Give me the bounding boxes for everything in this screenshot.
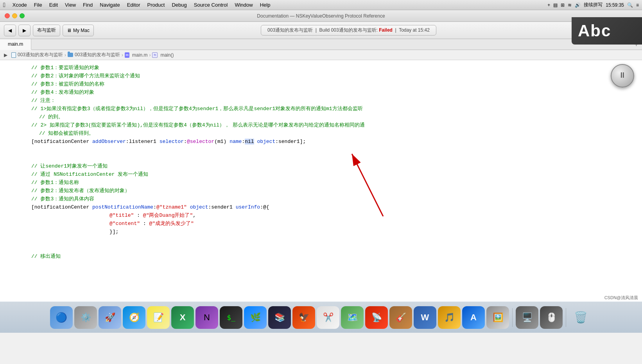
code-line-9: [notificationCenter addObserver:listener… xyxy=(31,138,642,146)
menubar-window[interactable]: Window xyxy=(231,1,256,9)
dock-unknown2[interactable]: 🖱️ xyxy=(540,306,563,329)
code-line-20: }]; xyxy=(31,228,642,236)
code-notification-call: [notificationCenter addObserver:listener… xyxy=(31,138,306,146)
dock-cut[interactable]: ✂️ xyxy=(317,306,339,329)
dock-preview[interactable]: 🖼️ xyxy=(486,306,509,329)
mac-target-button[interactable]: 🖥 My Mac xyxy=(63,25,94,36)
code-comment-13: // 通过 NSNotificationCenter 发布一个通知 xyxy=(31,171,148,179)
dock-finder[interactable]: 🔵 xyxy=(50,306,73,329)
code-line-21 xyxy=(31,236,642,244)
dock-safari[interactable]: 🧭 xyxy=(123,306,145,329)
abc-label: Abc xyxy=(578,21,611,40)
dock-word[interactable]: W xyxy=(414,306,436,329)
code-line-18: @"title" : @"两会Duang开始了", xyxy=(31,212,642,220)
dock-separator xyxy=(512,308,513,327)
dock-unknown1[interactable]: 🎸 xyxy=(389,306,412,329)
dock-trash[interactable]: 🗑️ xyxy=(569,306,592,329)
abc-overlay: Abc xyxy=(572,17,642,45)
code-editor[interactable]: // 参数1：要监听通知的对象 // 参数2：该对象的哪个方法用来监听这个通知 … xyxy=(0,60,642,333)
code-line-16: // 参数3：通知的具体内容 xyxy=(31,195,642,203)
breadcrumb-item-2[interactable]: 003通知的发布与监听 xyxy=(68,52,120,58)
menubar-edit[interactable]: Edit xyxy=(46,1,61,9)
menubar-time: 15:59:35 xyxy=(606,2,624,8)
pause-button[interactable]: ⏸ xyxy=(611,64,634,87)
code-dict-2: @"content" : @"成龙的头发少了" xyxy=(109,220,194,228)
minimize-button[interactable] xyxy=(12,13,17,18)
menubar-find[interactable]: Find xyxy=(80,1,96,9)
breadcrumb-item-1[interactable]: 003通知的发布与监听 xyxy=(11,52,63,58)
menubar-screen-icon: ▤ xyxy=(553,2,558,8)
menubar-product[interactable]: Product xyxy=(144,1,168,9)
menubar-navigate[interactable]: Navigate xyxy=(97,1,123,9)
dock-word-icon: W xyxy=(421,312,429,323)
menubar-source-control[interactable]: Source Control xyxy=(191,1,231,9)
menubar-help[interactable]: Help xyxy=(257,1,274,9)
menubar-search-icon[interactable]: 🔍 xyxy=(627,2,633,8)
dock-sourcetree[interactable]: 🌿 xyxy=(244,306,267,329)
breadcrumb-item-3[interactable]: m main.m xyxy=(125,52,147,58)
pause-icon: ⏸ xyxy=(619,70,626,82)
code-comment-7: // 的到。 xyxy=(39,113,63,121)
code-line-22 xyxy=(31,244,642,253)
apple-menu[interactable]:  xyxy=(3,2,5,9)
dock-terminal[interactable]: $_ xyxy=(220,306,242,329)
nav-breadcrumb-button[interactable]: 布与监听 xyxy=(33,25,60,36)
code-comment-12: // 让sender1对象发布一个通知 xyxy=(31,162,108,171)
dock-instruments-icon: 🎵 xyxy=(444,312,455,323)
dock-instruments[interactable]: 🎵 xyxy=(438,306,461,329)
dock-filezilla[interactable]: 📡 xyxy=(365,306,388,329)
menubar-file[interactable]: File xyxy=(31,1,45,9)
code-dict-close: }]; xyxy=(109,228,118,236)
code-post-notification: [notificationCenter postNotificationName… xyxy=(31,203,269,212)
dock-onenote[interactable]: N xyxy=(195,306,218,329)
dock-kindle-icon: 📚 xyxy=(274,312,285,323)
breadcrumb-fn-icon: fn xyxy=(152,52,158,58)
dock-filezilla-icon: 📡 xyxy=(371,312,382,323)
menubar-volume-icon: 🔊 xyxy=(575,2,581,8)
breadcrumb-item-4[interactable]: fn main() xyxy=(152,52,174,58)
breadcrumb-nav-icon[interactable]: ▶ xyxy=(4,52,7,58)
breadcrumb-label-1: 003通知的发布与监听 xyxy=(18,52,63,58)
menubar-debug[interactable]: Debug xyxy=(169,1,190,9)
menubar-sidebar-icon[interactable]: ≡ xyxy=(636,2,639,8)
code-comment-4: // 参数4：发布通知的对象 xyxy=(31,89,94,97)
dock-excel[interactable]: X xyxy=(171,306,194,329)
tab-main-m[interactable]: main.m xyxy=(0,39,31,50)
menubar-xcode[interactable]: Xcode xyxy=(9,1,30,9)
code-comment-14: // 参数1：通知名称 xyxy=(31,179,79,187)
dock-elytra[interactable]: 🦅 xyxy=(292,306,315,329)
forward-button[interactable]: ▶ xyxy=(18,25,30,36)
dock-appstore[interactable]: A xyxy=(462,306,485,329)
dock-vmware-icon: 🖥️ xyxy=(522,312,533,323)
menubar-editor[interactable]: Editor xyxy=(124,1,143,9)
dock-notes[interactable]: 📝 xyxy=(147,306,170,329)
forward-icon: ▶ xyxy=(23,28,26,33)
back-button[interactable]: ◀ xyxy=(4,25,16,36)
menubar-plus-icon[interactable]: + xyxy=(547,2,550,8)
dock-launchpad-icon: 🚀 xyxy=(105,312,115,323)
code-line-17: [notificationCenter postNotificationName… xyxy=(31,203,642,212)
menubar-view[interactable]: View xyxy=(62,1,79,9)
dock-unknown2-icon: 🖱️ xyxy=(546,312,557,323)
dock-launchpad[interactable]: 🚀 xyxy=(99,306,121,329)
titlebar: Documentation — NSKeyValueObserving Prot… xyxy=(0,10,642,22)
dock-system-preferences[interactable]: ⚙️ xyxy=(74,306,97,329)
dock-maps[interactable]: 🗺️ xyxy=(341,306,364,329)
dock-terminal-icon: $_ xyxy=(227,313,235,321)
code-line-8: // 2> 如果指定了参数3(指定要监听某个通知),但是没有指定参数4（参数4为… xyxy=(31,121,642,130)
dock-unknown1-icon: 🎸 xyxy=(396,312,406,323)
code-comment-8b: // 知都会被监听得到。 xyxy=(39,130,94,138)
dock-vmware[interactable]: 🖥️ xyxy=(516,306,538,329)
menubar-network-icon: ⊞ xyxy=(561,2,565,8)
breadcrumb-back-label: 布与监听 xyxy=(37,27,56,34)
code-line-8b: // 知都会被监听得到。 xyxy=(31,130,642,138)
tabbar: main.m + xyxy=(0,39,642,50)
maximize-button[interactable] xyxy=(20,13,25,18)
dock-safari-icon: 🧭 xyxy=(129,312,140,323)
code-comment-5: // 注意： xyxy=(31,97,56,105)
menubar-ime[interactable]: 接续拼写 xyxy=(584,2,603,8)
dock-kindle[interactable]: 📚 xyxy=(268,306,291,329)
breadcrumb-file-icon xyxy=(11,52,16,58)
close-button[interactable] xyxy=(5,13,10,18)
dock-finder-icon: 🔵 xyxy=(56,312,67,323)
